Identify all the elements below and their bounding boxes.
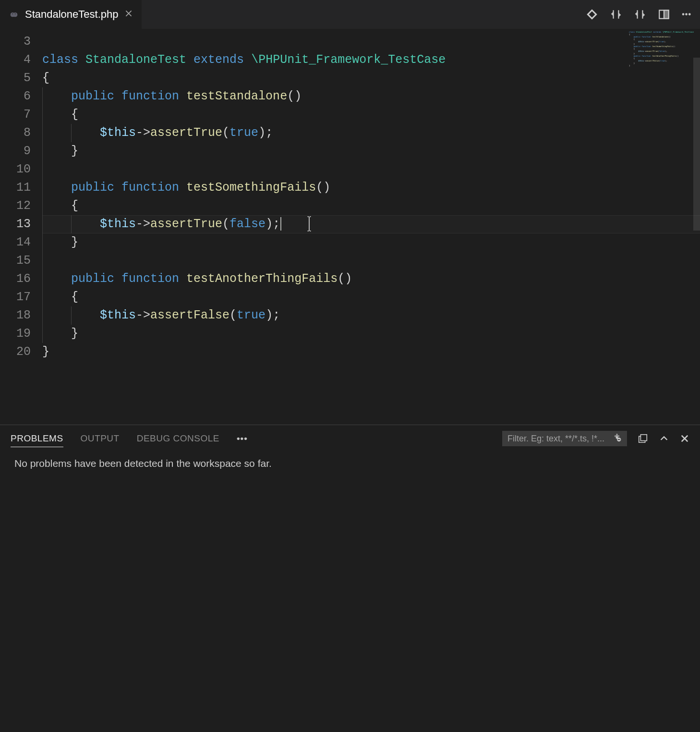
- line-number: 15: [0, 252, 31, 270]
- line-number: 14: [0, 233, 31, 252]
- editor[interactable]: 34567891011121314151617181920 class Stan…: [0, 29, 700, 425]
- problems-message: No problems have been detected in the wo…: [14, 458, 686, 469]
- compare-icon-2[interactable]: [634, 8, 646, 21]
- tab-problems[interactable]: PROBLEMS: [11, 430, 63, 447]
- code-line[interactable]: }: [42, 343, 700, 361]
- code-line[interactable]: {: [42, 106, 700, 124]
- close-icon[interactable]: [124, 9, 133, 20]
- line-number: 20: [0, 343, 31, 361]
- svg-point-0: [12, 13, 13, 14]
- line-number: 18: [0, 306, 31, 325]
- chevron-up-icon[interactable]: [659, 433, 669, 444]
- code-line[interactable]: class StandaloneTest extends \PHPUnit_Fr…: [42, 51, 700, 69]
- code-line[interactable]: public function testStandalone(): [42, 87, 700, 106]
- line-number: 3: [0, 33, 31, 51]
- code-area[interactable]: class StandaloneTest extends \PHPUnit_Fr…: [42, 29, 700, 425]
- code-line[interactable]: [42, 160, 700, 179]
- tab-bar: StandaloneTest.php •••: [0, 0, 700, 29]
- line-number: 7: [0, 106, 31, 124]
- more-icon[interactable]: •••: [682, 10, 691, 19]
- code-line[interactable]: $this->assertTrue(false);: [42, 215, 700, 233]
- line-number: 16: [0, 270, 31, 288]
- more-tabs-icon[interactable]: •••: [237, 430, 248, 447]
- tab-standalonetest[interactable]: StandaloneTest.php: [0, 0, 142, 29]
- line-number: 4: [0, 51, 31, 69]
- code-line[interactable]: [42, 33, 700, 51]
- code-line[interactable]: $this->assertTrue(true);: [42, 124, 700, 142]
- editor-toolbar: •••: [586, 8, 700, 21]
- scrollbar-thumb[interactable]: [693, 58, 700, 231]
- code-line[interactable]: public function testSomethingFails(): [42, 179, 700, 197]
- line-number: 12: [0, 197, 31, 215]
- tab-output[interactable]: OUTPUT: [81, 430, 120, 447]
- code-line[interactable]: {: [42, 69, 700, 87]
- compare-icon[interactable]: [610, 8, 622, 21]
- line-number: 8: [0, 124, 31, 142]
- php-file-icon: [9, 8, 19, 21]
- tab-filename: StandaloneTest.php: [25, 8, 119, 21]
- svg-rect-3: [664, 10, 669, 18]
- code-line[interactable]: public function testAnotherThingFails(): [42, 270, 700, 288]
- text-cursor: [280, 217, 281, 231]
- filter-input[interactable]: Filter. Eg: text, **/*.ts, !*...: [502, 431, 627, 446]
- svg-point-1: [15, 13, 16, 14]
- line-number: 11: [0, 179, 31, 197]
- code-line[interactable]: [42, 252, 700, 270]
- line-number: 9: [0, 142, 31, 160]
- filter-placeholder: Filter. Eg: text, **/*.ts, !*...: [507, 434, 604, 444]
- bottom-panel: PROBLEMS OUTPUT DEBUG CONSOLE ••• Filter…: [0, 425, 700, 732]
- line-number: 5: [0, 69, 31, 87]
- close-panel-icon[interactable]: [680, 434, 689, 443]
- line-number: 19: [0, 325, 31, 343]
- code-line[interactable]: $this->assertFalse(true);: [42, 306, 700, 325]
- line-number-gutter: 34567891011121314151617181920: [0, 29, 42, 425]
- collapse-all-icon[interactable]: [638, 433, 648, 444]
- filter-settings-icon[interactable]: [612, 433, 622, 445]
- svg-rect-6: [618, 439, 620, 440]
- line-number: 10: [0, 160, 31, 179]
- diamond-icon[interactable]: [586, 8, 598, 21]
- code-line[interactable]: }: [42, 142, 700, 160]
- svg-rect-7: [640, 435, 647, 441]
- panel-actions: Filter. Eg: text, **/*.ts, !*...: [502, 431, 689, 446]
- code-line[interactable]: {: [42, 197, 700, 215]
- panel-header: PROBLEMS OUTPUT DEBUG CONSOLE ••• Filter…: [0, 425, 700, 452]
- code-line[interactable]: }: [42, 233, 700, 252]
- panel-tabs: PROBLEMS OUTPUT DEBUG CONSOLE •••: [11, 430, 248, 447]
- line-number: 13: [0, 215, 31, 233]
- line-number: 17: [0, 288, 31, 306]
- line-number: 6: [0, 87, 31, 106]
- panel-body: No problems have been detected in the wo…: [0, 452, 700, 475]
- code-line[interactable]: {: [42, 288, 700, 306]
- code-line[interactable]: }: [42, 325, 700, 343]
- tab-container: StandaloneTest.php: [0, 0, 142, 29]
- split-editor-icon[interactable]: [658, 8, 670, 21]
- tab-debug-console[interactable]: DEBUG CONSOLE: [137, 430, 219, 447]
